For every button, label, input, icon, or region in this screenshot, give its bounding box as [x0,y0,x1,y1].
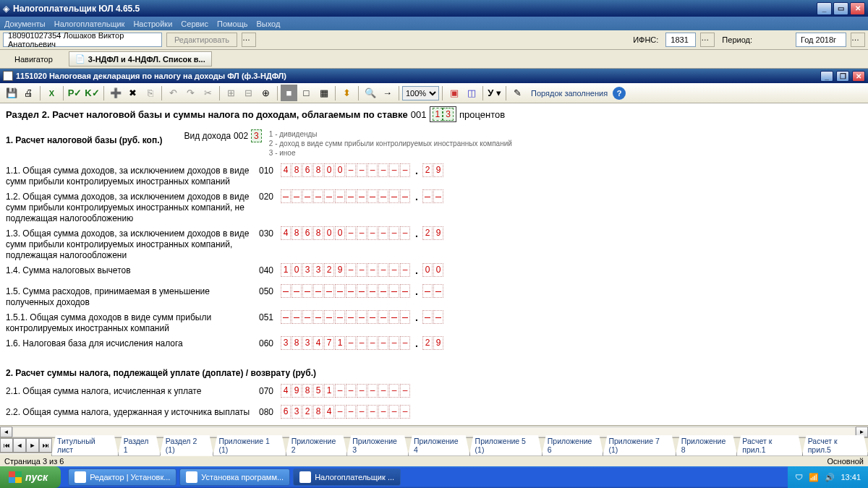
undo-button[interactable]: ↶ [165,85,182,101]
delete-row-button[interactable]: ✖ [124,85,141,101]
wand-button[interactable]: ✎ [509,85,526,101]
app-titlebar: ◈ Налогоплательщик ЮЛ 4.65.5 _ ▭ ✕ [0,0,868,17]
app-title: Налогоплательщик ЮЛ 4.65.5 [13,4,813,14]
navigator-tab[interactable]: 📄 3-НДФЛ и 4-НДФЛ. Список в... [69,51,212,67]
row-code: 020 [259,189,281,202]
row-value-cells[interactable]: 63284––––––– [281,405,411,419]
tree-collapse-button[interactable]: ⊟ [240,85,257,101]
tray-shield-icon[interactable]: 🛡 [795,473,803,481]
system-tray[interactable]: 🛡 📶 🔊 13:41 [788,466,868,488]
check-p-button[interactable]: P✓ [67,85,83,101]
ellipsis-button[interactable]: … [242,33,256,47]
redo-button[interactable]: ↷ [182,85,199,101]
sheet-tab[interactable]: Раздел 2 (1) [160,435,214,456]
menu-item[interactable]: Сервис [181,20,208,28]
row-value-cells[interactable]: . [281,284,444,298]
fill-button[interactable]: ■ [281,85,297,101]
tray-volume-icon[interactable]: 🔊 [825,473,835,482]
help-button[interactable]: ? [613,87,626,100]
navigator-label: Навигатор [3,55,64,64]
taskbar-item[interactable]: Установка программ... [179,468,290,486]
close-button[interactable]: ✕ [850,2,865,15]
doc-restore-button[interactable]: ❐ [836,71,849,82]
u-button[interactable]: У ▾ [486,85,503,101]
sheet-tab[interactable]: Приложение 4 [408,435,470,456]
sheet-tab[interactable]: Расчет к прил.1 [736,435,802,456]
insert-button[interactable]: ⎘ [142,85,158,101]
row-label: 1.4. Сумма налоговых вычетов [6,263,259,276]
zoom-select[interactable]: 100% [402,86,439,100]
doc-minimize-button[interactable]: _ [820,71,833,82]
income-type-code: 002 [234,131,248,141]
menu-item[interactable]: Помощь [217,20,248,28]
add-row-button[interactable]: ➕ [107,85,124,101]
find-button[interactable]: 🔍 [362,85,378,101]
goto-button[interactable]: → [379,85,396,101]
taskbar-item-icon [299,471,311,483]
document-icon [3,71,13,81]
tab-next-button[interactable]: ► [26,438,39,453]
app-icon: ◈ [3,4,9,14]
sheet-tab[interactable]: Приложение 1 (1) [213,435,286,456]
sort-button[interactable]: ⬍ [339,85,355,101]
row-value-cells[interactable]: 383471––––––.29 [281,336,444,350]
fill-order-link[interactable]: Порядок заполнения [527,89,612,98]
sheet-tab[interactable]: Приложение 5 (1) [469,435,542,456]
sheet-tab[interactable]: Титульный лист [51,435,119,456]
row-value-cells[interactable]: 49851––––––– [281,384,411,398]
sheet-tab[interactable]: Раздел 1 [118,435,161,456]
cut-button[interactable]: ✂ [200,85,216,101]
income-type-value[interactable]: 3 [251,129,262,142]
taskbar-item[interactable]: Редактор | Установк... [68,468,176,486]
row-value-cells[interactable]: . [281,310,444,324]
sheet-tab[interactable]: Расчет к прил.5 [802,435,868,456]
menu-item[interactable]: Настройки [133,20,172,28]
excel-button[interactable]: X [43,85,60,101]
scroll-left-button[interactable]: ◄ [0,427,12,437]
sheet-tab[interactable]: Приложение 2 [286,435,348,456]
row-value-cells[interactable]: . [281,189,444,203]
edit-button[interactable]: Редактировать [166,33,237,47]
row-label: 1.1. Общая сумма доходов, за исключением… [6,163,259,187]
sheet-tab[interactable]: Приложение 3 [346,435,409,456]
row-value-cells[interactable]: 486800––––––.29 [281,163,444,177]
sheet-tab[interactable]: Приложение 6 [542,435,604,456]
print-button[interactable]: 🖨 [20,85,37,101]
menu-item[interactable]: Налогоплательщик [54,20,125,28]
row-value-cells[interactable]: 103329––––––.00 [281,263,444,277]
tab-prev-button[interactable]: ◄ [13,438,26,453]
minimize-button[interactable]: _ [817,2,832,15]
taskbar-item[interactable]: Налогоплательщик ... [293,468,401,486]
sheet-tab[interactable]: Приложение 7 (1) [603,435,676,456]
maximize-button[interactable]: ▭ [833,2,848,15]
sheet-tab[interactable]: Приложение 8 [676,435,738,456]
menu-item[interactable]: Выход [257,20,281,28]
layout2-button[interactable]: ◫ [463,85,480,101]
windows-taskbar: пуск Редактор | Установк...Установка про… [0,466,868,488]
clear-button[interactable]: □ [298,85,315,101]
row-value-cells[interactable]: 486800––––––.29 [281,226,444,240]
row-code: 060 [259,336,281,348]
clock[interactable]: 13:41 [841,473,861,481]
taxpayer-field[interactable]: 180901027354 Лошаков Виктор Анатольевич [3,33,162,47]
tab-first-button[interactable]: ⏮ [0,438,13,453]
period-value[interactable]: Год 2018г [796,33,846,47]
doc-close-button[interactable]: ✕ [852,71,865,82]
row-code: 010 [259,163,281,176]
ifns-value[interactable]: 1831 [665,33,696,47]
layout1-button[interactable]: ▣ [446,85,462,101]
ifns-picker-button[interactable]: … [700,33,715,47]
tab-last-button[interactable]: ⏭ [39,438,52,453]
start-button[interactable]: пуск [0,466,61,488]
tray-network-icon[interactable]: 📶 [809,473,819,482]
tree-add-button[interactable]: ⊕ [258,85,274,101]
row-code: 070 [259,384,281,396]
period-picker-button[interactable]: … [851,33,865,47]
grid-button[interactable]: ▦ [315,85,332,101]
save-button[interactable]: 💾 [3,85,20,101]
menu-item[interactable]: Документы [4,20,46,28]
check-k-button[interactable]: K✓ [84,85,101,101]
form-row: 1.3. Общая сумма доходов, за исключением… [6,226,862,261]
taskbar-item-icon [75,471,86,483]
tree-expand-button[interactable]: ⊞ [223,85,239,101]
